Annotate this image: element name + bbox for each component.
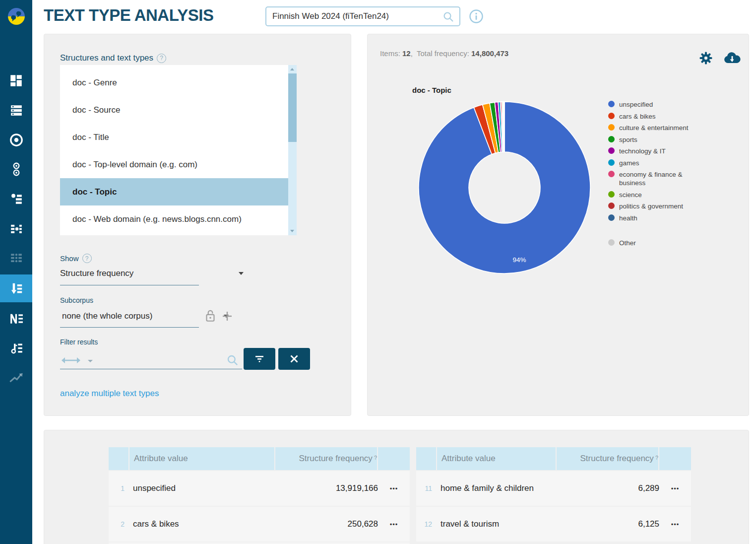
corpus-selector[interactable] (265, 6, 460, 26)
list-item-doc-topic[interactable]: doc - Topic (60, 178, 288, 205)
legend-item-sports[interactable]: sports (608, 136, 722, 144)
attribute-value[interactable]: cars & bikes (128, 519, 303, 529)
subcorpus-dropdown[interactable]: none (the whole corpus) (60, 311, 199, 321)
legend-item-games[interactable]: games (608, 159, 722, 167)
table-row: 1 unspecified 13,919,166 ••• (109, 471, 410, 506)
word-sketch-difference-icon (9, 222, 23, 235)
help-icon[interactable]: ? (157, 54, 166, 63)
attribute-value[interactable]: unspecified (128, 483, 303, 493)
list-scrollbar-thumb[interactable] (288, 73, 297, 142)
header-hint-icon[interactable]: ? (655, 455, 658, 461)
legend-label: games (619, 159, 639, 167)
structure-frequency-value: 13,919,166 (303, 483, 378, 493)
attribute-value[interactable]: travel & tourism (436, 519, 584, 529)
sidebar-item-keywords[interactable] (0, 333, 32, 363)
rank-column-header (416, 447, 436, 470)
legend-item-culture-entertainment[interactable]: culture & entertainment (608, 124, 722, 132)
chevron-down-icon[interactable] (88, 360, 93, 362)
list-item-doc-top-level-domain[interactable]: doc - Top-level domain (e.g. com) (60, 151, 288, 178)
attribute-value[interactable]: home & family & children (436, 483, 584, 493)
divider (60, 369, 242, 369)
list-scrollbar[interactable] (288, 65, 297, 235)
more-options-icon[interactable]: ••• (378, 485, 410, 492)
search-icon[interactable] (442, 11, 454, 23)
structure-frequency-header-text: Structure frequency (580, 454, 654, 464)
legend-item-politics-government[interactable]: politics & government (608, 202, 722, 210)
legend-dot (608, 147, 615, 154)
legend-item-economy-finance-business[interactable]: economy & finance & business (608, 170, 722, 187)
legend-dot (608, 239, 615, 246)
text-types-panel: Structures and text types ? doc - Genre … (44, 34, 351, 416)
more-options-icon[interactable]: ••• (378, 521, 410, 528)
attribute-value-header: Attribute value (437, 447, 556, 470)
text-type-analysis-icon (9, 282, 23, 295)
menu-column-header (659, 447, 691, 470)
menu-column-header (378, 447, 410, 470)
scroll-up-icon[interactable] (290, 68, 294, 70)
lock-open-icon[interactable] (204, 308, 217, 323)
legend-item-other[interactable]: Other (608, 239, 722, 247)
analyze-multiple-text-types-link[interactable]: analyze multiple text types (60, 389, 159, 399)
results-table-1: Attribute value Structure frequency? 1 u… (109, 447, 410, 544)
legend-dot (608, 101, 615, 107)
legend-dot (608, 124, 615, 131)
legend-item-cars-bikes[interactable]: cars & bikes (608, 112, 722, 121)
sidebar-item-word-list[interactable] (0, 95, 32, 125)
sidebar-item-word-sketch[interactable] (0, 184, 32, 214)
sidebar-item-thesaurus[interactable] (0, 243, 32, 273)
list-item-doc-web-domain[interactable]: doc - Web domain (e.g. news.blogs.cnn.co… (60, 205, 288, 233)
show-label-text: Show (60, 254, 79, 263)
row-rank: 1 (109, 484, 128, 492)
legend-item-unspecified[interactable]: unspecified (608, 100, 722, 109)
filter-input[interactable] (96, 352, 220, 368)
results-tables-panel: Attribute value Structure frequency? 1 u… (44, 430, 749, 544)
chart-legend: unspecified cars & bikes culture & enter… (608, 100, 722, 247)
list-item-doc-genre[interactable]: doc - Genre (60, 69, 288, 96)
clear-filter-button[interactable] (278, 348, 310, 370)
donut-slice-other[interactable] (504, 102, 504, 152)
apply-filter-button[interactable] (244, 348, 275, 370)
sketch-engine-logo-icon (7, 7, 26, 26)
legend-dot (608, 136, 615, 142)
legend-item-health[interactable]: health (608, 214, 722, 222)
match-type-icon[interactable] (61, 355, 81, 366)
legend-item-technology-it[interactable]: technology & IT (608, 147, 722, 155)
sketch-engine-logo[interactable] (0, 0, 32, 33)
filter-results-label: Filter results (60, 338, 98, 346)
legend-label: Other (619, 239, 636, 247)
subcorpus-label: Subcorpus (60, 296, 93, 304)
show-dropdown[interactable]: Structure frequency (60, 269, 199, 278)
corpus-search-input[interactable] (272, 7, 436, 25)
sidebar-item-concordance[interactable] (0, 125, 32, 155)
word-list-icon (9, 104, 23, 117)
scroll-down-icon[interactable] (290, 230, 294, 232)
table-row: 2 cars & bikes 250,628 ••• (109, 507, 410, 542)
legend-item-science[interactable]: science (608, 191, 722, 199)
keywords-icon (9, 341, 23, 355)
chart-panel: Items: 12, Total frequency: 14,800,473 d… (367, 34, 749, 416)
table-header: Attribute value Structure frequency? (416, 447, 691, 470)
sidebar-item-dashboard[interactable] (0, 66, 32, 95)
add-subcorpus-icon[interactable] (221, 310, 233, 322)
more-options-icon[interactable]: ••• (659, 521, 691, 528)
sidebar-item-ngrams[interactable] (0, 304, 32, 334)
list-item-doc-source[interactable]: doc - Source (60, 96, 288, 124)
sidebar-item-parallel-concordance[interactable] (0, 154, 32, 184)
structure-frequency-value: 250,628 (303, 519, 378, 529)
page-title: TEXT TYPE ANALYSIS (44, 6, 213, 25)
legend-dot (608, 214, 615, 221)
divider (60, 285, 199, 285)
table-header: Attribute value Structure frequency? (109, 447, 410, 470)
word-sketch-icon (9, 193, 23, 205)
show-label: Show ? (60, 254, 92, 263)
legend-dot (608, 191, 615, 198)
header-hint-icon[interactable]: ? (374, 455, 377, 461)
sidebar-item-text-type-analysis[interactable] (0, 274, 32, 302)
help-icon[interactable]: ? (82, 254, 92, 263)
more-options-icon[interactable]: ••• (659, 485, 691, 492)
sidebar-item-trends[interactable] (0, 363, 32, 393)
sidebar-item-word-sketch-difference[interactable] (0, 214, 32, 244)
structure-frequency-value: 6,125 (584, 519, 659, 529)
info-icon[interactable] (469, 9, 484, 24)
list-item-doc-title[interactable]: doc - Title (60, 124, 288, 151)
